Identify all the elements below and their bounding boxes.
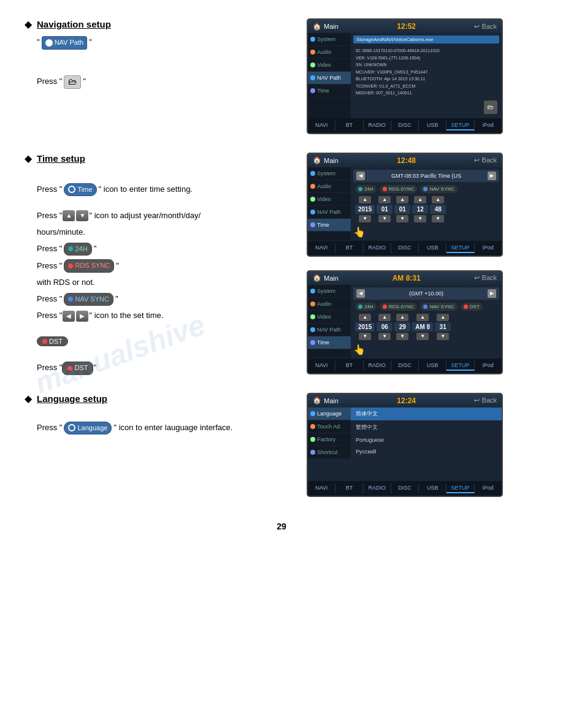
- t2-min-up[interactable]: ▲: [437, 314, 449, 321]
- t1-day-up[interactable]: ▲: [396, 196, 408, 203]
- t1-footer-setup[interactable]: SETUP: [446, 243, 474, 253]
- t1-footer-usb[interactable]: USB: [419, 243, 446, 253]
- t1-year-dn[interactable]: ▼: [359, 215, 371, 222]
- up-arrow-btn[interactable]: ▲: [63, 210, 75, 221]
- lang-item-traditional[interactable]: 繁體中文: [351, 421, 502, 434]
- footer-disc[interactable]: DISC: [391, 121, 419, 131]
- t1-hour-up[interactable]: ▲: [414, 196, 426, 203]
- footer-radio[interactable]: RADIO: [364, 121, 391, 131]
- sidebar-time[interactable]: Time: [308, 85, 351, 97]
- t2-navpath[interactable]: NAV Path: [308, 324, 351, 336]
- nav-header-back[interactable]: ↩ Back: [474, 23, 497, 31]
- btn-nav-sync[interactable]: NAV SYNC: [64, 293, 113, 306]
- btn-rds-sync[interactable]: RDS SYNC: [64, 259, 114, 273]
- t2-footer-disc[interactable]: DISC: [391, 361, 419, 371]
- lang-footer-ipod[interactable]: iPod: [475, 483, 502, 493]
- t2-year-dn[interactable]: ▼: [359, 333, 371, 340]
- t1-month-up[interactable]: ▲: [378, 196, 391, 203]
- lang-nav-touch[interactable]: Touch Ad.: [308, 420, 351, 433]
- t1-min-up[interactable]: ▲: [432, 196, 444, 203]
- time-icon-button[interactable]: Time: [64, 183, 96, 197]
- t2-footer-ipod[interactable]: iPod: [475, 361, 502, 371]
- dst-button-1[interactable]: DST: [37, 336, 68, 346]
- t1-footer-bt[interactable]: BT: [335, 243, 363, 253]
- tz2-right[interactable]: ▶: [488, 289, 496, 298]
- t1-system[interactable]: System: [308, 167, 351, 180]
- right-arrow-btn[interactable]: ▶: [76, 311, 88, 322]
- lang-header-back[interactable]: ↩ Back: [474, 396, 497, 404]
- t1-footer-radio[interactable]: RADIO: [364, 243, 391, 253]
- t1-opt-rds[interactable]: RDS-SYNC: [380, 185, 418, 193]
- t2-footer-navi[interactable]: NAVI: [308, 361, 335, 371]
- time2-header-back[interactable]: ↩ Back: [474, 274, 497, 282]
- t1-time[interactable]: Time: [308, 219, 351, 232]
- dst-button-2[interactable]: DST: [62, 362, 93, 375]
- t2-opt-dst[interactable]: DST: [461, 303, 483, 311]
- t1-day-dn[interactable]: ▼: [396, 215, 408, 222]
- footer-usb[interactable]: USB: [419, 121, 446, 131]
- t2-audio[interactable]: Audio: [308, 298, 351, 311]
- t1-navpath[interactable]: NAV Path: [308, 206, 351, 219]
- t1-month-dn[interactable]: ▼: [378, 215, 391, 222]
- t1-footer-navi[interactable]: NAVI: [308, 243, 335, 253]
- nav-folder-icon[interactable]: 🗁: [484, 100, 497, 114]
- lang-footer-disc[interactable]: DISC: [391, 483, 419, 493]
- footer-navi[interactable]: NAVI: [308, 121, 335, 131]
- t2-opt-24h[interactable]: 24H: [355, 303, 377, 311]
- t2-month-dn[interactable]: ▼: [378, 333, 391, 340]
- t2-time[interactable]: Time: [308, 336, 351, 349]
- t1-min-dn[interactable]: ▼: [432, 215, 444, 222]
- lang-item-russian[interactable]: Русский: [351, 446, 502, 458]
- t2-video[interactable]: Video: [308, 311, 351, 324]
- t2-footer-usb[interactable]: USB: [419, 361, 446, 371]
- t2-opt-rds[interactable]: RDS-SYNC: [380, 303, 418, 311]
- t2-day-dn[interactable]: ▼: [396, 333, 408, 340]
- t2-year-up[interactable]: ▲: [359, 314, 371, 321]
- footer-bt[interactable]: BT: [335, 121, 363, 131]
- lang-nav-shortcut[interactable]: Shortcut: [308, 446, 351, 459]
- lang-nav-language[interactable]: Language: [308, 408, 351, 420]
- lang-nav-factory[interactable]: Factory: [308, 433, 351, 446]
- lang-footer-navi[interactable]: NAVI: [308, 483, 335, 493]
- sidebar-audio[interactable]: Audio: [308, 46, 351, 59]
- lang-footer-radio[interactable]: RADIO: [364, 483, 391, 493]
- lang-item-simplified[interactable]: 简体中文: [351, 408, 502, 421]
- footer-ipod[interactable]: iPod: [475, 121, 502, 131]
- lang-footer-bt[interactable]: BT: [335, 483, 363, 493]
- t1-opt-24h[interactable]: 24H: [355, 185, 377, 193]
- footer-setup[interactable]: SETUP: [446, 121, 474, 131]
- t1-video[interactable]: Video: [308, 193, 351, 206]
- language-button[interactable]: Language: [64, 422, 112, 435]
- sidebar-video[interactable]: Video: [308, 59, 351, 72]
- left-arrow-btn[interactable]: ◀: [63, 311, 75, 322]
- nav-path-button[interactable]: NAV Path: [42, 36, 88, 50]
- btn-24h[interactable]: 24H: [64, 243, 91, 256]
- tz1-left[interactable]: ◀: [356, 172, 365, 180]
- t1-footer-ipod[interactable]: iPod: [475, 243, 502, 253]
- t2-footer-setup[interactable]: SETUP: [446, 361, 474, 371]
- t1-hour-dn[interactable]: ▼: [414, 215, 426, 222]
- tz2-left[interactable]: ◀: [356, 289, 365, 298]
- t2-system[interactable]: System: [308, 285, 351, 298]
- sidebar-nav-path[interactable]: NAV Path: [308, 72, 351, 85]
- t2-footer-radio[interactable]: RADIO: [364, 361, 391, 371]
- time1-header-back[interactable]: ↩ Back: [474, 156, 497, 164]
- t1-audio[interactable]: Audio: [308, 180, 351, 193]
- t1-footer-disc[interactable]: DISC: [391, 243, 419, 253]
- t2-footer-bt[interactable]: BT: [335, 361, 363, 371]
- folder-button[interactable]: 🗁: [64, 75, 81, 89]
- t1-year-up[interactable]: ▲: [359, 196, 371, 203]
- t2-opt-nav[interactable]: NAV SYNC: [420, 303, 457, 311]
- t1-opt-nav[interactable]: NAV SYNC: [420, 185, 457, 193]
- sidebar-system[interactable]: System: [308, 33, 351, 46]
- tz1-right[interactable]: ▶: [488, 172, 496, 180]
- lang-footer-usb[interactable]: USB: [419, 483, 446, 493]
- t2-month-up[interactable]: ▲: [378, 314, 391, 321]
- t2-min-dn[interactable]: ▼: [437, 333, 449, 340]
- down-arrow-btn[interactable]: ▼: [76, 210, 88, 221]
- lang-footer-setup[interactable]: SETUP: [446, 483, 474, 493]
- t2-day-up[interactable]: ▲: [396, 314, 408, 321]
- lang-item-portuguese[interactable]: Portuguese: [351, 434, 502, 446]
- t2-hour-dn[interactable]: ▼: [416, 333, 429, 340]
- t2-hour-up[interactable]: ▲: [416, 314, 429, 321]
